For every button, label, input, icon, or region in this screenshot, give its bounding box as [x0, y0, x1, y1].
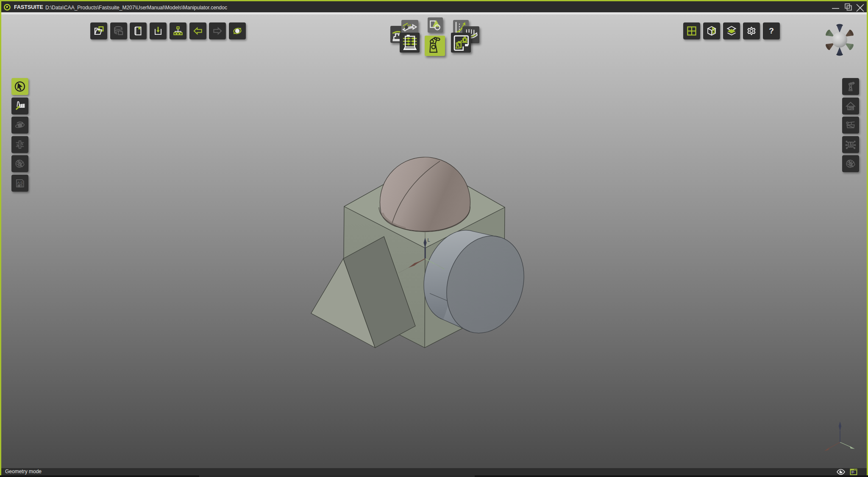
- svg-text:L: L: [428, 237, 430, 243]
- svg-text:AS: AS: [17, 180, 23, 185]
- svg-text:?: ?: [769, 26, 774, 35]
